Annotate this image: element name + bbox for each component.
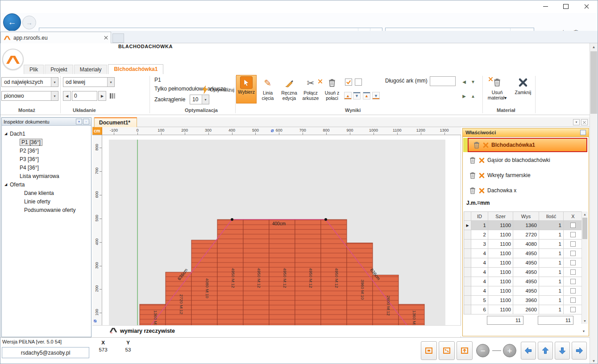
checkbox-cell[interactable] [564, 277, 583, 286]
material-row[interactable]: Wkręty farmerskie [463, 168, 589, 183]
tree-item[interactable]: Lista wymiarowa [2, 172, 91, 180]
material-row[interactable]: Dachowka x [463, 183, 589, 198]
pan-right-button[interactable] [572, 342, 587, 360]
roof-sheet[interactable] [243, 219, 269, 325]
optimize-button[interactable]: Optymalizuj [200, 77, 235, 103]
tree-item[interactable]: Linie oferty [2, 197, 91, 206]
remove-material-icon[interactable] [482, 142, 489, 149]
collapse-panel-icon[interactable]: ▫ [83, 119, 89, 124]
zoom-fit-page-button[interactable] [421, 341, 437, 360]
tree-item[interactable]: P4 [36°] [2, 163, 91, 172]
checkbox-cell[interactable] [564, 296, 583, 305]
checkbox-cell[interactable] [564, 249, 583, 258]
table-row[interactable]: 4110049501 [464, 258, 583, 268]
offset-increase-button[interactable]: ▶ [98, 91, 106, 101]
pan-down-button[interactable] [555, 342, 570, 360]
zoom-fit-selection-button[interactable] [439, 341, 455, 360]
nudge-down-button[interactable]: ▼ [469, 78, 477, 86]
column-header[interactable]: Szer [488, 212, 513, 221]
expander-icon[interactable]: ◢ [4, 182, 7, 186]
drawing-svg[interactable]: 1360 M:122720 M:124080 M:104950 M:124950… [102, 135, 461, 325]
user-account-box[interactable]: rsdachy5@zasoby.pl [2, 347, 89, 358]
table-row[interactable]: 4110049501 [464, 286, 583, 296]
zoom-out-button[interactable]: − [476, 344, 490, 357]
tool-manual-edit[interactable]: Ręczna edycja [279, 75, 299, 103]
maximize-button[interactable] [556, 0, 576, 12]
ruler-unit-box[interactable]: cm [92, 127, 102, 135]
pan-up-button[interactable] [538, 342, 553, 360]
tree-item[interactable]: P1 [36°] [2, 138, 91, 146]
forward-button[interactable]: → [22, 16, 36, 29]
move-up-button[interactable]: ▲ [344, 92, 352, 99]
drawing-canvas[interactable]: cm ⌀ -1000100200300400500600700800900100… [92, 127, 461, 337]
scroll-up-icon[interactable]: ▲ [582, 211, 588, 217]
roof-sheet[interactable] [269, 219, 295, 325]
row-checkbox[interactable] [570, 307, 576, 312]
offset-decrease-button[interactable]: ◀ [63, 91, 71, 101]
new-tab-button[interactable] [112, 33, 124, 43]
row-checkbox[interactable] [570, 223, 576, 228]
scrollbar-thumb[interactable] [582, 218, 587, 239]
app-logo[interactable] [2, 49, 24, 70]
roof-sheet[interactable] [399, 304, 424, 325]
delete-material-icon[interactable] [469, 187, 476, 194]
tree-item[interactable]: ◢Oferta [2, 180, 91, 189]
column-header[interactable]: ID [471, 212, 488, 221]
tree-item[interactable]: Podsumowanie oferty [2, 206, 91, 214]
sort-order-select[interactable]: od największych ▾ [1, 77, 58, 87]
material-row[interactable]: Blchodachówka1 [468, 138, 587, 152]
columns-icon[interactable] [108, 91, 117, 101]
roof-sheet[interactable] [373, 275, 399, 326]
row-checkbox[interactable] [570, 232, 576, 237]
row-checkbox[interactable] [570, 279, 576, 284]
close-material-tab-button[interactable]: Zamknij [511, 75, 535, 103]
tree-item[interactable]: Dane klienta [2, 189, 91, 197]
checked-option-checkbox[interactable] [345, 79, 352, 86]
collapse-panel-icon[interactable] [580, 130, 586, 135]
delete-material-icon[interactable] [469, 172, 476, 179]
checkbox-cell[interactable] [564, 305, 583, 314]
checkbox-cell[interactable] [564, 286, 583, 296]
roof-sheet[interactable] [347, 243, 373, 326]
tree-item[interactable]: P3 [36°] [2, 155, 91, 163]
orientation-select[interactable]: pionowo ▾ [1, 91, 58, 101]
column-header[interactable]: Wys [513, 212, 539, 221]
roof-vertex[interactable] [324, 218, 327, 221]
roof-vertex[interactable] [231, 218, 233, 221]
checkbox-cell[interactable] [564, 258, 583, 268]
table-row[interactable]: 4110049501 [464, 268, 583, 277]
nudge-right-button[interactable]: ▶ [460, 92, 468, 100]
layout-from-select[interactable]: od lewej ▾ [63, 77, 115, 87]
row-checkbox[interactable] [570, 288, 576, 294]
move-down-button[interactable]: ▼ [353, 92, 361, 99]
checkbox-cell[interactable] [564, 230, 583, 240]
panel-scroll-down-icon[interactable]: ▼ [580, 328, 587, 334]
table-scrollbar[interactable]: ▲ ▼ [581, 211, 588, 324]
delete-material-icon[interactable] [469, 157, 476, 164]
roof-sheet[interactable] [295, 219, 321, 325]
browser-tab[interactable]: app.rsroofs.eu [0, 32, 111, 43]
sheet-length-input[interactable] [430, 76, 456, 86]
pin-dropdown-icon[interactable]: ▾ [76, 119, 82, 124]
checkbox-cell[interactable] [564, 240, 583, 249]
nudge-up-button[interactable]: ▲ [469, 92, 477, 100]
zoom-in-button[interactable]: + [503, 344, 516, 357]
tab-close-icon[interactable] [104, 36, 108, 40]
document-close-icon[interactable] [581, 119, 588, 125]
back-button[interactable]: ← [3, 13, 21, 31]
tool-cut-line[interactable]: ✎ Linia cięcia [257, 75, 278, 103]
close-button[interactable] [576, 0, 597, 12]
table-row[interactable]: 3110040801 [464, 240, 583, 249]
row-checkbox[interactable] [570, 251, 576, 256]
roof-sheet[interactable] [217, 219, 243, 325]
tree-item[interactable]: P2 [36°] [2, 146, 91, 155]
tool-delete-from-slope[interactable]: Usuń z połaci [322, 75, 342, 103]
roof-sheet[interactable] [140, 304, 166, 325]
ribbon-tab-plik[interactable]: Plik [24, 65, 44, 74]
tree-item[interactable]: ◢Dach1 [2, 129, 91, 138]
column-header[interactable]: Ilość [539, 212, 564, 221]
remove-material-icon[interactable] [478, 187, 485, 194]
pan-left-button[interactable] [521, 342, 536, 360]
nudge-left-button[interactable]: ◀ [460, 78, 468, 86]
remove-material-icon[interactable] [478, 157, 485, 164]
